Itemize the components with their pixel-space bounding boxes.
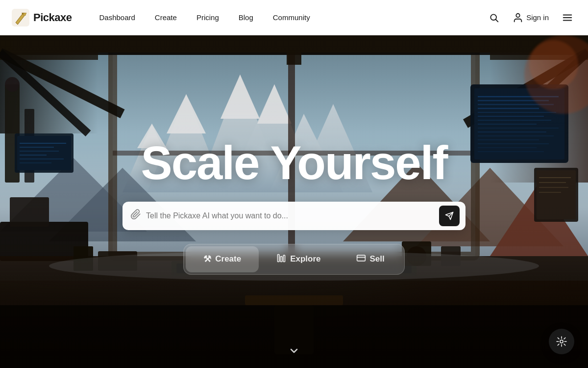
svg-rect-91 — [280, 257, 282, 262]
search-input[interactable] — [146, 211, 434, 220]
sparkle-icon — [556, 336, 567, 347]
search-icon — [489, 13, 499, 23]
nav-right: Sign in — [485, 9, 576, 26]
svg-point-3 — [516, 13, 519, 17]
search-submit-button[interactable] — [439, 206, 460, 226]
paperclip-icon — [130, 209, 141, 223]
svg-rect-92 — [283, 255, 285, 262]
tab-explore[interactable]: Explore — [259, 246, 338, 272]
create-icon: ⚒ — [203, 254, 211, 264]
scroll-down-indicator[interactable] — [288, 345, 300, 359]
svg-line-102 — [564, 338, 565, 339]
brand-name: Pickaxe — [33, 11, 72, 24]
search-button[interactable] — [485, 9, 503, 26]
hamburger-icon — [562, 12, 573, 23]
navbar: Pickaxe Dashboard Create Pricing Blog Co… — [0, 0, 588, 35]
sell-icon — [356, 253, 366, 265]
nav-item-create[interactable]: Create — [147, 9, 185, 26]
nav-item-pricing[interactable]: Pricing — [189, 9, 227, 26]
nav-item-blog[interactable]: Blog — [231, 9, 261, 26]
tab-explore-label: Explore — [290, 254, 320, 264]
sign-in-label: Sign in — [526, 13, 549, 22]
nav-item-dashboard[interactable]: Dashboard — [91, 9, 143, 26]
hero-tabs: ⚒ Create Explore — [183, 244, 405, 275]
logo-link[interactable]: Pickaxe — [12, 9, 72, 26]
svg-line-101 — [564, 344, 565, 345]
svg-line-2 — [496, 19, 498, 22]
svg-rect-90 — [278, 254, 279, 262]
tab-create[interactable]: ⚒ Create — [186, 246, 259, 272]
nav-item-community[interactable]: Community — [265, 9, 318, 26]
hero-content: Scale Yourself ⚒ Create — [0, 35, 588, 368]
explore-icon — [276, 253, 286, 265]
svg-line-103 — [558, 344, 559, 345]
tab-sell-label: Sell — [370, 254, 385, 264]
menu-button[interactable] — [559, 9, 576, 26]
user-icon — [513, 12, 523, 23]
svg-point-95 — [560, 340, 563, 343]
svg-line-100 — [558, 338, 559, 339]
chevron-down-icon — [288, 345, 300, 357]
svg-rect-93 — [357, 255, 365, 261]
hero-title: Scale Yourself — [141, 138, 447, 188]
send-icon — [445, 211, 454, 220]
fab-button[interactable] — [549, 329, 574, 354]
hero-section: Scale Yourself ⚒ Create — [0, 35, 588, 368]
sign-in-button[interactable]: Sign in — [511, 9, 551, 26]
logo-icon — [12, 9, 29, 26]
search-bar — [122, 202, 466, 230]
nav-links: Dashboard Create Pricing Blog Community — [91, 9, 485, 26]
tab-sell[interactable]: Sell — [339, 246, 402, 272]
tab-create-label: Create — [215, 254, 241, 264]
